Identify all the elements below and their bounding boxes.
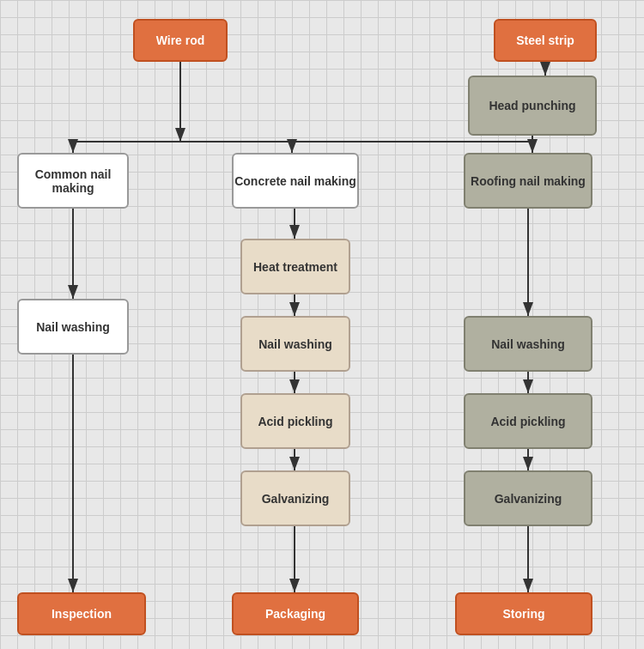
head-punching-label: Head punching (489, 99, 575, 112)
nail-washing-mid-label: Nail washing (258, 337, 332, 351)
nail-washing-mid-box: Nail washing (240, 316, 350, 372)
inspection-label: Inspection (52, 607, 112, 621)
common-nail-label: Common nail making (19, 167, 127, 195)
acid-pickling-mid-box: Acid pickling (240, 393, 350, 449)
acid-pickling-right-box: Acid pickling (464, 393, 592, 449)
steel-strip-box: Steel strip (494, 19, 597, 62)
flowchart-container: Wire rod Steel strip Head punching Commo… (0, 0, 644, 649)
galvanizing-mid-box: Galvanizing (240, 470, 350, 526)
storing-label: Storing (503, 607, 545, 621)
galvanizing-right-label: Galvanizing (495, 492, 562, 506)
roofing-nail-box: Roofing nail making (464, 153, 592, 209)
heat-treatment-label: Heat treatment (253, 260, 337, 274)
wire-rod-box: Wire rod (133, 19, 228, 62)
concrete-nail-label: Concrete nail making (234, 174, 356, 188)
galvanizing-right-box: Galvanizing (464, 470, 592, 526)
nail-washing-right-label: Nail washing (491, 337, 565, 351)
nail-washing-right-box: Nail washing (464, 316, 592, 372)
packaging-label: Packaging (265, 607, 325, 621)
inspection-box: Inspection (17, 592, 146, 635)
nail-washing-left-box: Nail washing (17, 299, 129, 355)
storing-box: Storing (455, 592, 592, 635)
head-punching-box: Head punching (468, 76, 597, 136)
galvanizing-mid-label: Galvanizing (262, 492, 330, 506)
roofing-nail-label: Roofing nail making (471, 174, 586, 188)
acid-pickling-mid-label: Acid pickling (258, 415, 332, 428)
common-nail-box: Common nail making (17, 153, 129, 209)
wire-rod-label: Wire rod (156, 33, 205, 47)
steel-strip-label: Steel strip (516, 33, 574, 47)
concrete-nail-box: Concrete nail making (232, 153, 359, 209)
heat-treatment-box: Heat treatment (240, 239, 350, 294)
nail-washing-left-label: Nail washing (36, 320, 110, 334)
acid-pickling-right-label: Acid pickling (490, 415, 565, 428)
packaging-box: Packaging (232, 592, 359, 635)
